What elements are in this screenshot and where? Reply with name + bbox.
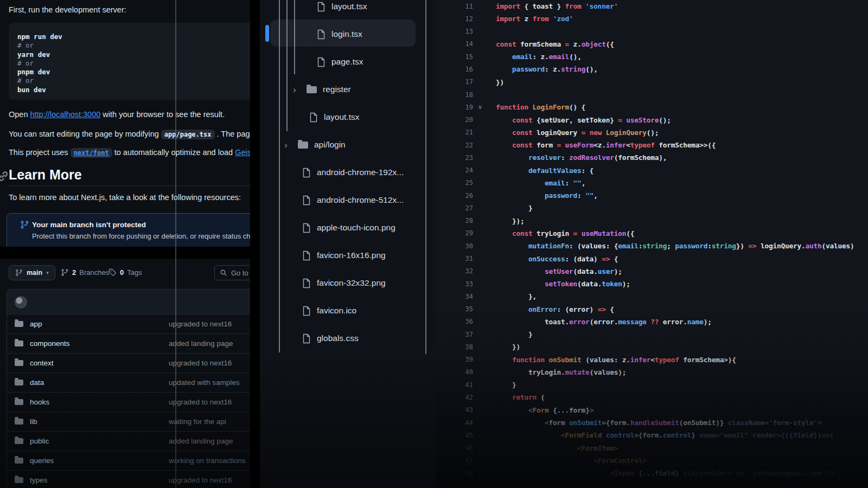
explorer-item-page.tsx[interactable]: page.tsx — [260, 48, 436, 75]
line-number: 18 — [436, 91, 473, 99]
explorer-item-label: globals.css — [317, 333, 359, 343]
repo-commit-message[interactable]: upgraded to next16 — [169, 398, 232, 406]
token: < — [545, 419, 549, 427]
repo-row-hooks[interactable]: hooksupgraded to next16 — [7, 392, 250, 412]
avatar[interactable] — [15, 296, 27, 309]
code-line-38: 38 }) — [436, 341, 868, 353]
banner-body: Protect this branch from force pushing o… — [32, 232, 250, 240]
tag-icon — [108, 268, 117, 277]
fold-chevron-icon[interactable]: ∨ — [473, 104, 487, 111]
branches-link[interactable]: 2 Branches — [61, 268, 109, 277]
readme-code-block: npm run dev# oryarn dev# orpnpm dev# orb… — [9, 23, 250, 100]
explorer-item-login.tsx[interactable]: login.tsx — [260, 21, 436, 48]
token: tryLogin — [537, 229, 573, 237]
line-number: 43 — [436, 406, 473, 414]
explorer-item-layout.tsx[interactable]: layout.tsx — [260, 0, 436, 20]
code-line-12: 12import z from 'zod' — [436, 12, 868, 25]
repo-item-name[interactable]: hooks — [30, 398, 49, 406]
token: const — [512, 116, 537, 124]
paragraph-text: with your browser to see the result. — [100, 110, 225, 119]
repo-row-data[interactable]: dataupdated with samples — [7, 373, 250, 392]
repo-row-app[interactable]: appupgraded to next16 — [7, 314, 250, 333]
token: defaultValues — [528, 166, 582, 175]
repo-item-name[interactable]: data — [30, 378, 44, 387]
token: (data. — [577, 280, 602, 288]
explorer-item-api-login[interactable]: ›api/login — [260, 131, 436, 158]
code-line-22: 22 const form = useForm<z.infer<typeof f… — [436, 139, 868, 151]
token: { — [610, 305, 614, 313]
repo-row-types[interactable]: typesupgraded to next16 — [7, 470, 250, 488]
explorer-item-globals.css[interactable]: globals.css — [260, 325, 436, 352]
explorer-item-label: favicon-32x32.png — [317, 278, 386, 288]
go-to-file-input[interactable]: Go to f — [214, 265, 250, 280]
file-icon — [302, 306, 311, 316]
repo-item-name[interactable]: components — [30, 339, 70, 348]
inline-code-chip: app/page.tsx — [161, 130, 215, 139]
heading-anchor-icon[interactable] — [0, 170, 9, 182]
token: => — [602, 255, 614, 263]
code-block-line: pnpm dev — [17, 68, 250, 76]
token: } — [691, 431, 699, 439]
repo-commit-message[interactable]: upgraded to next16 — [169, 476, 232, 484]
inline-link[interactable]: http://localhost:3000 — [30, 110, 101, 119]
code-text: toast.error(error.message ?? error.name)… — [496, 318, 712, 326]
readme-repo-panel: First, run the development server: npm r… — [0, 0, 250, 488]
line-number: 31 — [436, 255, 473, 262]
code-text: const formSchema = z.object({ — [496, 40, 614, 48]
repo-item-name[interactable]: queries — [30, 457, 54, 465]
code-line-30: 30 mutationFn: (values: {email:string; p… — [436, 240, 868, 252]
token: typeof — [630, 141, 659, 149]
repo-commit-message[interactable]: added landing page — [169, 339, 233, 348]
code-line-14: 14const formSchema = z.object({ — [436, 38, 868, 50]
line-number: 25 — [436, 179, 473, 187]
code-line-40: 40 tryLogin.mutate(values); — [436, 366, 868, 378]
repo-item-name[interactable]: app — [30, 320, 42, 328]
repo-commit-message[interactable]: upgraded to next16 — [169, 359, 232, 367]
repo-commit-message[interactable]: waiting for the api — [169, 418, 226, 426]
repo-item-name[interactable]: context — [30, 359, 54, 367]
repo-item-name[interactable]: types — [30, 476, 47, 484]
token: tryLogin. — [528, 368, 565, 376]
explorer-item-apple-touch-icon.png[interactable]: apple-touch-icon.png — [260, 214, 436, 241]
repo-row-lib[interactable]: libwaiting for the api — [7, 412, 250, 431]
repo-commit-message[interactable]: upgraded to next16 — [169, 320, 232, 328]
line-number: 22 — [436, 142, 473, 149]
paragraph-text: . The page auto — [215, 130, 251, 138]
repo-item-name[interactable]: lib — [30, 418, 37, 426]
chevron-right-icon[interactable]: › — [284, 140, 293, 150]
explorer-item-android-chrome-192x...[interactable]: android-chrome-192x... — [260, 159, 436, 186]
repo-commit-message[interactable]: added landing page — [169, 437, 233, 445]
explorer-item-favicon-16x16.png[interactable]: favicon-16x16.png — [260, 242, 436, 269]
repo-commit-message[interactable]: updated with samples — [169, 378, 240, 387]
code-text: function onSubmit (values: z.infer<typeo… — [496, 356, 736, 364]
explorer-item-layout.tsx[interactable]: layout.tsx — [260, 104, 436, 131]
inline-code-link[interactable]: next/font — [71, 148, 112, 158]
token: password — [675, 242, 707, 250]
explorer-scrollbar-track[interactable] — [425, 0, 426, 354]
code-text: const form = useForm<z.infer<typeof form… — [496, 141, 716, 149]
token: = — [565, 40, 573, 48]
inline-link[interactable]: Geist — [235, 148, 250, 157]
tags-link[interactable]: 0 Tags — [108, 268, 142, 277]
token: = — [618, 116, 626, 124]
repo-commit-message[interactable]: working on transactions — [169, 457, 246, 465]
explorer-item-android-chrome-512x...[interactable]: android-chrome-512x... — [260, 187, 436, 214]
tags-count: 0 — [120, 268, 124, 277]
explorer-item-favicon-32x32.png[interactable]: favicon-32x32.png — [260, 269, 436, 297]
token: = new — [582, 129, 606, 137]
repo-item-name[interactable]: public — [30, 437, 49, 445]
token: from — [533, 15, 553, 23]
repo-row-context[interactable]: contextupgraded to next16 — [7, 353, 250, 373]
explorer-item-register[interactable]: ›register — [260, 76, 436, 103]
repo-row-public[interactable]: publicadded landing page — [7, 431, 250, 451]
branch-selector-button[interactable]: main ▾ — [9, 265, 55, 280]
token: < — [561, 431, 565, 439]
code-line-33: 33 setToken(data.token); — [436, 278, 868, 290]
branches-label: Branches — [79, 268, 109, 277]
code-text: import { toast } from 'sonner' — [496, 2, 618, 10]
token: useMutation — [582, 229, 627, 237]
chevron-right-icon[interactable]: › — [293, 85, 302, 94]
repo-row-components[interactable]: componentsadded landing page — [7, 333, 250, 353]
explorer-item-favicon.ico[interactable]: favicon.ico — [260, 297, 436, 324]
repo-row-queries[interactable]: queriesworking on transactions — [7, 451, 250, 470]
